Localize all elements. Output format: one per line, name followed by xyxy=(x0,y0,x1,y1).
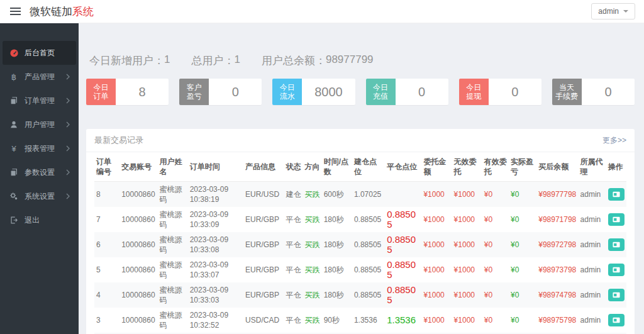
order-detail-button[interactable] xyxy=(608,314,625,326)
trades-table-body: 8 10000860 蜜桃源码 2023-03-09 10:38:19 EUR/… xyxy=(94,182,626,334)
cell-product: EUR/USD xyxy=(243,182,284,208)
cell-order-time: 2023-03-09 10:33:09 xyxy=(188,207,243,232)
order-detail-button[interactable] xyxy=(608,264,625,276)
sidebar-item-logout[interactable]: 退出 xyxy=(3,208,76,232)
stat-cards-row: 今日订单 8 客户盈亏 0 今日流水 8000 今日充值 0 今日提现 0 当天… xyxy=(86,79,635,105)
cell-amount: ¥1000 xyxy=(421,207,452,232)
table-row: 7 10000860 蜜桃源码 2023-03-09 10:33:09 EUR/… xyxy=(94,207,626,232)
cell-username: 蜜桃源码 xyxy=(157,257,187,282)
table-row: 8 10000860 蜜桃源码 2023-03-09 10:38:19 EUR/… xyxy=(94,182,626,208)
col-open-point: 建仓点位 xyxy=(352,152,385,182)
cell-status: 平仓 xyxy=(284,282,303,308)
overview-stats: 今日新增用户：1 总用户：1 用户总余额：98977799 xyxy=(89,53,635,68)
cell-username: 蜜桃源码 xyxy=(157,308,187,333)
stat-card-value: 0 xyxy=(209,79,262,105)
order-detail-button[interactable] xyxy=(608,188,625,201)
cell-open-point: 1.3536 xyxy=(352,308,385,333)
cell-balance: ¥98975798 xyxy=(536,308,578,333)
stat-value: 1 xyxy=(234,53,240,68)
card-icon xyxy=(612,266,621,274)
more-link[interactable]: 更多>> xyxy=(602,135,626,146)
cell-order-no: 3 xyxy=(94,308,119,333)
menu-toggle-button[interactable] xyxy=(9,3,22,19)
order-detail-button[interactable] xyxy=(608,238,625,251)
trades-table: 订单编号 交易账号 用户姓名 订单时间 产品信息 状态 方向 时间/点数 建仓点… xyxy=(94,152,626,334)
bitcoin-icon: ฿ xyxy=(9,72,19,82)
cell-direction: 买跌 xyxy=(303,182,322,208)
cell-close-point: 0.88505 xyxy=(385,232,421,257)
cell-balance: ¥98974798 xyxy=(536,282,578,308)
sidebar: 后台首页 ฿ 产品管理 订单管理 用户管理 xyxy=(0,23,79,334)
sidebar-item-label: 用户管理 xyxy=(25,120,55,130)
stat-card-value: 8000 xyxy=(302,79,355,105)
gears-icon xyxy=(9,192,19,201)
sidebar-item-system-settings[interactable]: 系统设置 xyxy=(3,184,76,208)
user-dropdown[interactable]: admin xyxy=(591,3,635,19)
sidebar-item-parameters[interactable]: 参数设置 xyxy=(3,160,76,184)
sidebar-item-users[interactable]: 用户管理 xyxy=(3,113,76,136)
cell-agent: admin xyxy=(579,232,606,257)
col-account: 交易账号 xyxy=(119,152,157,182)
sidebar-item-label: 参数设置 xyxy=(25,167,55,178)
sidebar-item-reports[interactable]: ¥ 报表管理 xyxy=(3,136,76,160)
cell-status: 平仓 xyxy=(284,207,303,232)
col-profit: 实际盈亏 xyxy=(509,152,536,182)
panel-title: 最新交易记录 xyxy=(94,135,143,146)
cell-action xyxy=(606,182,626,208)
cell-account: 10000860 xyxy=(119,308,157,333)
table-row: 5 10000860 蜜桃源码 2023-03-09 10:33:07 EUR/… xyxy=(94,257,626,282)
stat-card: 今日充值 0 xyxy=(366,79,448,105)
cell-amount: ¥1000 xyxy=(421,257,452,282)
card-icon xyxy=(612,216,621,223)
cell-order-no: 6 xyxy=(94,232,119,257)
cell-amount: ¥1000 xyxy=(421,182,452,208)
stat-card-value: 0 xyxy=(489,79,541,105)
cell-balance: ¥98973798 xyxy=(536,257,578,282)
main-content: 今日新增用户：1 总用户：1 用户总余额：98977799 今日订单 8 客户盈… xyxy=(79,23,644,334)
col-username: 用户姓名 xyxy=(157,152,187,182)
cell-direction: 买跌 xyxy=(303,232,322,257)
cell-account: 10000860 xyxy=(119,282,157,308)
chevron-right-icon xyxy=(65,74,70,80)
cell-status: 建仓 xyxy=(284,182,303,208)
col-order-no: 订单编号 xyxy=(94,152,119,182)
card-icon xyxy=(612,291,621,299)
order-date: 2023-03-09 xyxy=(190,310,242,320)
sidebar-menu: 后台首页 ฿ 产品管理 订单管理 用户管理 xyxy=(0,23,79,232)
app-title-accent: 系统 xyxy=(72,6,94,18)
cell-order-time: 2023-03-09 10:33:03 xyxy=(188,282,243,308)
dashboard-icon xyxy=(9,48,19,58)
cell-valid: ¥0 xyxy=(482,308,509,333)
cell-invalid: ¥1000 xyxy=(452,308,482,333)
order-time: 10:33:08 xyxy=(190,245,242,255)
sidebar-item-dashboard[interactable]: 后台首页 xyxy=(3,41,76,65)
chevron-right-icon xyxy=(65,145,70,152)
order-date: 2023-03-09 xyxy=(190,184,242,194)
cell-invalid: ¥1000 xyxy=(452,182,482,208)
stat-card-label: 当天手续费 xyxy=(552,79,582,105)
cell-duration: 600秒 xyxy=(322,182,352,208)
latest-trades-panel: 最新交易记录 更多>> 订单编号 交易账号 用户姓名 订单时间 xyxy=(86,129,635,334)
table-header-row: 订单编号 交易账号 用户姓名 订单时间 产品信息 状态 方向 时间/点数 建仓点… xyxy=(94,152,626,182)
cell-username: 蜜桃源码 xyxy=(157,207,187,232)
stat-card-label: 今日流水 xyxy=(272,79,302,105)
cell-invalid: ¥1000 xyxy=(452,282,482,308)
orders-icon xyxy=(9,96,19,105)
order-detail-button[interactable] xyxy=(608,289,625,301)
stat-card-label: 今日提现 xyxy=(459,79,489,105)
cell-order-time: 2023-03-09 10:33:08 xyxy=(188,232,243,257)
order-detail-button[interactable] xyxy=(608,213,625,226)
cell-account: 10000860 xyxy=(119,182,157,208)
yen-icon: ¥ xyxy=(9,144,19,153)
cell-status: 平仓 xyxy=(284,308,303,333)
sidebar-item-label: 报表管理 xyxy=(25,143,55,154)
stat-card-value: 0 xyxy=(396,79,448,105)
sidebar-item-orders[interactable]: 订单管理 xyxy=(3,89,76,113)
cell-close-point: 0.88505 xyxy=(385,207,421,232)
cell-agent: admin xyxy=(579,257,606,282)
cell-action xyxy=(606,308,626,333)
stat-card-label: 今日充值 xyxy=(366,79,396,105)
stat-new-users: 今日新增用户：1 xyxy=(89,53,170,68)
sidebar-item-products[interactable]: ฿ 产品管理 xyxy=(3,65,76,89)
cell-invalid: ¥1000 xyxy=(452,207,482,232)
